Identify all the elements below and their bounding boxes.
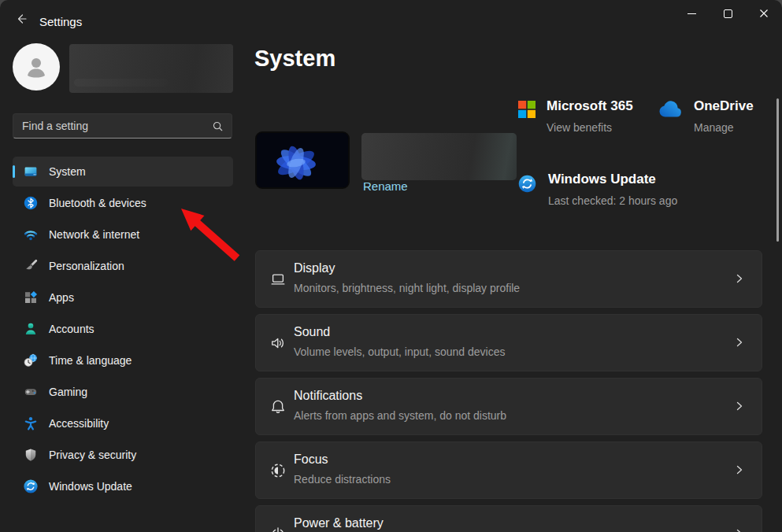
focus-icon (269, 462, 287, 479)
maximize-button[interactable] (710, 0, 746, 27)
onedrive-icon (656, 101, 683, 136)
back-button[interactable] (9, 8, 33, 30)
shield-icon (23, 447, 39, 463)
sidebar-item-system[interactable]: System (13, 157, 233, 187)
search-input[interactable] (13, 120, 212, 132)
sound-icon (269, 334, 287, 352)
card-subtitle: Volume levels, output, input, sound devi… (294, 345, 506, 358)
sidebar-item-label: Time & language (49, 354, 132, 367)
sidebar-item-time-language[interactable]: Time & language (13, 345, 233, 375)
sidebar-item-label: Network & internet (49, 228, 139, 241)
promo-onedrive[interactable]: OneDrive Manage (656, 98, 754, 136)
promo-title: Windows Update (548, 172, 684, 187)
windows-update-icon (517, 174, 537, 209)
card-title: Sound (294, 325, 330, 339)
sidebar-item-gaming[interactable]: Gaming (13, 377, 233, 407)
rename-link[interactable]: Rename (363, 179, 408, 193)
sidebar-item-label: Gaming (49, 386, 87, 398)
sidebar-item-accessibility[interactable]: Accessibility (13, 408, 233, 438)
search-box (13, 113, 232, 139)
back-arrow-icon (15, 13, 28, 25)
device-wallpaper-thumbnail (255, 131, 350, 189)
close-button[interactable] (746, 0, 782, 27)
settings-card-focus[interactable]: Focus Reduce distractions (255, 441, 762, 499)
settings-window: Settings (0, 0, 782, 532)
notifications-icon (269, 398, 287, 416)
minimize-button[interactable] (673, 0, 710, 27)
chevron-right-icon (733, 400, 746, 412)
windows-update-icon (23, 478, 39, 494)
selected-indicator (13, 165, 15, 178)
sidebar-item-network-internet[interactable]: Network & internet (13, 220, 233, 249)
settings-card-sound[interactable]: Sound Volume levels, output, input, soun… (255, 314, 762, 371)
bluetooth-icon (23, 195, 39, 211)
chevron-right-icon (733, 272, 746, 285)
time-language-icon (23, 353, 39, 368)
accessibility-icon (23, 416, 39, 431)
close-icon (759, 9, 769, 18)
promo-subtitle[interactable]: Manage (694, 120, 754, 136)
card-subtitle: Monitors, brightness, night light, displ… (294, 282, 520, 294)
settings-card-power-battery[interactable]: Power & battery (255, 505, 762, 532)
device-name-redacted (361, 133, 517, 180)
system-icon (23, 164, 39, 179)
personalization-icon (23, 258, 39, 274)
avatar[interactable] (13, 43, 60, 91)
promo-title: OneDrive (694, 98, 754, 114)
page-title: System (254, 46, 335, 72)
promo-title: Microsoft 365 (547, 98, 633, 114)
chevron-right-icon (733, 527, 746, 532)
card-title: Focus (294, 453, 328, 467)
chevron-right-icon (733, 336, 746, 349)
maximize-icon (724, 9, 732, 18)
sidebar-item-accounts[interactable]: Accounts (13, 314, 233, 344)
sidebar-item-label: System (49, 165, 86, 178)
promo-windows-update[interactable]: Windows Update Last checked: 2 hours ago (517, 172, 684, 209)
minimize-icon (687, 13, 696, 14)
accounts-icon (23, 321, 39, 337)
user-name-redacted (69, 44, 233, 93)
scrollbar-thumb[interactable] (776, 98, 779, 242)
sidebar-item-label: Personalization (49, 260, 124, 272)
sidebar-item-label: Accounts (49, 323, 95, 335)
sidebar-item-label: Apps (49, 291, 74, 304)
display-icon (269, 271, 287, 288)
sidebar-item-windows-update[interactable]: Windows Update (13, 471, 233, 501)
chevron-right-icon (733, 464, 746, 476)
promo-subtitle: Last checked: 2 hours ago (548, 193, 684, 209)
sidebar-item-personalization[interactable]: Personalization (13, 251, 233, 281)
card-title: Notifications (294, 389, 362, 403)
sidebar-item-label: Bluetooth & devices (49, 197, 146, 209)
card-subtitle: Reduce distractions (294, 473, 391, 486)
sidebar-item-privacy-security[interactable]: Privacy & security (13, 440, 233, 470)
sidebar-item-label: Privacy & security (49, 449, 136, 461)
sidebar-item-bluetooth-devices[interactable]: Bluetooth & devices (13, 188, 233, 218)
search-icon[interactable] (212, 120, 224, 132)
settings-card-display[interactable]: Display Monitors, brightness, night ligh… (255, 250, 762, 308)
sidebar-item-label: Accessibility (49, 417, 109, 430)
promo-microsoft-365[interactable]: Microsoft 365 View benefits (518, 98, 633, 136)
card-subtitle: Alerts from apps and system, do not dist… (294, 409, 506, 422)
user-icon (23, 54, 50, 80)
card-title: Power & battery (294, 516, 384, 530)
gaming-icon (23, 384, 39, 400)
power-icon (269, 526, 287, 532)
window-controls (673, 0, 782, 27)
sidebar-item-apps[interactable]: Apps (13, 283, 233, 312)
microsoft-365-icon (518, 101, 536, 136)
network-icon (23, 227, 39, 242)
promo-subtitle[interactable]: View benefits (547, 120, 633, 136)
sidebar-item-label: Windows Update (49, 480, 132, 493)
window-title: Settings (39, 15, 82, 28)
settings-card-notifications[interactable]: Notifications Alerts from apps and syste… (255, 378, 762, 435)
card-title: Display (294, 261, 335, 275)
sidebar-nav: System Bluetooth & devices (13, 157, 233, 503)
apps-icon (23, 290, 39, 305)
